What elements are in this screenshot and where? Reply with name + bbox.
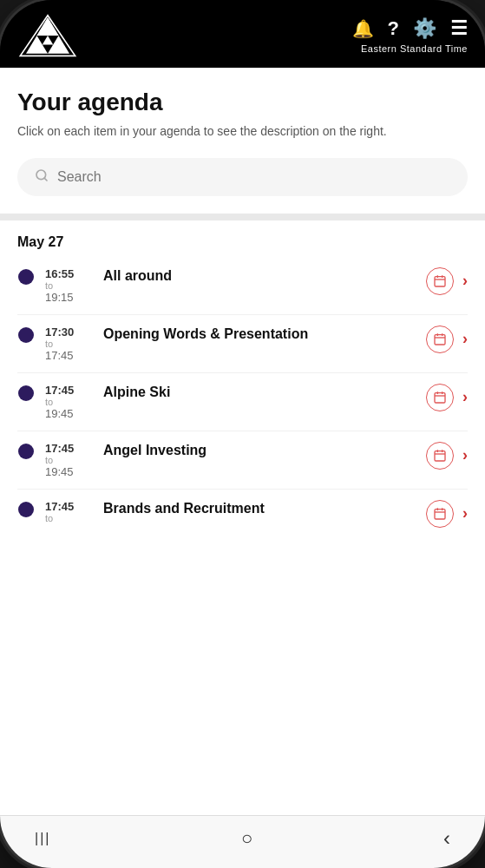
timeline-item: 17:45 to Brands and Recruitment [17,490,468,531]
time-to: to [45,455,53,465]
calendar-button[interactable] [426,326,454,353]
search-icon [35,168,49,186]
search-input[interactable] [57,169,450,185]
timeline-item: 17:30 to 17:45 Opening Words & Presentat… [17,315,468,373]
time-end: 17:45 [45,349,74,362]
item-title: Angel Investing [103,442,417,460]
item-title: Brands and Recruitment [103,500,417,518]
section-divider [0,214,485,220]
svg-rect-10 [435,276,445,286]
time-start: 17:45 [45,500,74,513]
page-title: Your agenda [17,89,468,116]
calendar-button[interactable] [426,442,454,470]
time-to: to [45,280,53,291]
calendar-button[interactable] [426,384,454,411]
svg-rect-14 [435,334,445,344]
timeline-dot [18,327,34,343]
item-row-content: Brands and Recruitment › [103,500,468,528]
dot-container [17,384,35,401]
menu-icon[interactable]: ☰ [450,17,468,40]
timeline-item: 16:55 to 19:15 All around [17,257,468,315]
item-row-content: Alpine Ski › [103,384,468,411]
header-icons: 🔔 ? ⚙️ ☰ [352,17,468,40]
timeline-dot [18,385,34,401]
dot-container [17,442,35,459]
item-actions: › [426,442,468,470]
timeline-dot [18,444,34,459]
svg-rect-18 [435,392,445,402]
item-row-content: Angel Investing › [103,442,468,470]
dot-container [17,500,35,517]
app-header: 🔔 ? ⚙️ ☰ Eastern Standard Time [0,0,485,68]
item-actions: › [426,326,468,353]
time-start: 17:30 [45,326,74,339]
dot-container [17,267,35,285]
timeline: 16:55 to 19:15 All around [17,257,468,531]
time-start: 17:45 [45,442,74,455]
header-right: 🔔 ? ⚙️ ☰ Eastern Standard Time [352,17,468,54]
chevron-right-icon[interactable]: › [462,330,468,348]
nav-back[interactable]: ‹ [443,826,450,851]
timeline-item: 17:45 to 19:45 Angel Investing [17,431,468,490]
time-block: 17:45 to 19:45 [45,384,93,420]
item-title: Opening Words & Presentation [103,326,417,344]
nav-menu-lines[interactable]: ||| [35,831,50,846]
user-settings-icon[interactable]: ⚙️ [413,17,436,40]
time-start: 16:55 [45,267,74,280]
item-row-content: Opening Words & Presentation › [103,326,468,353]
time-to: to [45,513,53,523]
search-wrapper [17,158,468,196]
time-to: to [45,339,53,349]
timeline-dot [18,502,34,517]
chevron-right-icon[interactable]: › [462,388,468,406]
timeline-dot [18,269,34,285]
item-row-content: All around › [103,267,468,295]
time-block: 16:55 to 19:15 [45,267,93,304]
timeline-item: 17:45 to 19:45 Alpine Ski [17,373,468,431]
svg-rect-22 [435,450,445,460]
bell-icon[interactable]: 🔔 [352,18,374,39]
app-content: Your agenda Click on each item in your a… [0,68,485,815]
time-block: 17:30 to 17:45 [45,326,93,362]
svg-rect-26 [435,509,445,518]
time-end: 19:45 [45,465,74,478]
phone-frame: 🔔 ? ⚙️ ☰ Eastern Standard Time Your agen… [0,0,485,868]
date-label: May 27 [17,220,468,257]
time-end: 19:15 [45,291,74,304]
help-icon[interactable]: ? [388,17,399,40]
item-title: Alpine Ski [103,384,417,402]
item-actions: › [426,384,468,411]
nav-home[interactable]: ○ [241,827,252,850]
calendar-button[interactable] [426,500,454,528]
item-title: All around [103,267,417,286]
search-container [17,158,468,196]
calendar-button[interactable] [426,267,454,295]
content-body: Your agenda Click on each item in your a… [0,68,485,815]
timezone-label: Eastern Standard Time [361,43,468,54]
chevron-right-icon[interactable]: › [462,446,468,464]
time-block: 17:45 to 19:45 [45,442,93,478]
time-end: 19:45 [45,407,74,420]
dot-container [17,326,35,343]
bottom-nav: ||| ○ ‹ [0,815,485,868]
page-subtitle: Click on each item in your agenda to see… [17,123,468,141]
chevron-right-icon[interactable]: › [462,504,468,523]
svg-marker-7 [43,36,54,44]
item-actions: › [426,500,468,528]
app-logo [17,14,78,57]
time-to: to [45,397,53,407]
item-actions: › [426,267,468,295]
time-block: 17:45 to [45,500,93,523]
chevron-right-icon[interactable]: › [462,272,468,290]
svg-line-9 [44,178,47,181]
time-start: 17:45 [45,384,74,397]
